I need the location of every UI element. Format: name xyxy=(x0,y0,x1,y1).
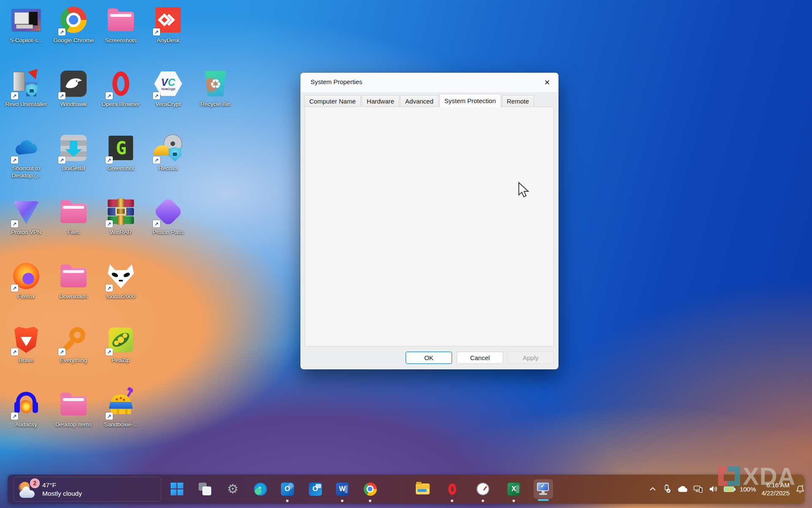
shortcut-arrow-icon: ↗ xyxy=(106,92,113,99)
shortcut-arrow-icon: ↗ xyxy=(58,348,65,355)
taskbar-chrome[interactable] xyxy=(360,479,380,499)
desktop-icon-desktop-items[interactable]: Desktop Items xyxy=(51,388,96,428)
desktop-icon-files[interactable]: Files xyxy=(51,195,96,236)
start-button[interactable] xyxy=(167,479,187,499)
shortcut-arrow-icon: ↗ xyxy=(58,28,65,36)
desktop-icon-recuva[interactable]: ↗ Recuva xyxy=(145,131,191,172)
dialog-titlebar[interactable]: System Properties ✕ xyxy=(300,73,559,92)
desktop-icon-proton-vpn[interactable]: ↗ Proton VPN xyxy=(3,195,49,236)
desktop-icon-audacity[interactable]: ↗ Audacity xyxy=(3,388,49,428)
system-properties-dialog: System Properties ✕ Computer Name Hardwa… xyxy=(300,73,559,369)
edge-icon xyxy=(254,483,267,496)
windows-logo-icon xyxy=(171,483,183,495)
shortcut-arrow-icon: ↗ xyxy=(153,28,160,36)
tab-advanced[interactable]: Advanced xyxy=(400,95,439,107)
tray-volume-icon[interactable] xyxy=(708,485,718,493)
recycle-bin-icon: ♻ xyxy=(204,71,227,96)
tab-computer-name[interactable]: Computer Name xyxy=(304,95,361,107)
shortcut-arrow-icon: ↗ xyxy=(153,220,160,227)
shortcut-arrow-icon: ↗ xyxy=(58,92,65,99)
svg-text:z: z xyxy=(802,484,804,487)
taskbar-opera[interactable] xyxy=(442,479,462,499)
mouse-cursor xyxy=(518,182,530,199)
running-indicator xyxy=(369,500,371,502)
desktop-icon-5-copilot[interactable]: 5-Copilot-s... xyxy=(3,3,49,44)
tray-cast-icon[interactable] xyxy=(693,485,703,494)
close-icon[interactable]: ✕ xyxy=(542,77,553,88)
taskbar-file-explorer[interactable] xyxy=(413,479,432,499)
chrome-icon xyxy=(364,483,377,496)
folder-icon xyxy=(60,396,87,415)
desktop-icon-peazip[interactable]: ↗ PeaZip xyxy=(98,323,144,364)
cancel-button[interactable]: Cancel xyxy=(457,352,503,364)
gauge-icon xyxy=(477,483,489,495)
desktop-icon-anydesk[interactable]: ↗ AnyDesk xyxy=(145,3,191,44)
running-indicator xyxy=(341,500,343,502)
desktop-icon-windhawk[interactable]: ↗ Windhawk xyxy=(51,67,96,108)
tab-hardware[interactable]: Hardware xyxy=(362,95,399,107)
screenshot-thumbnail-icon xyxy=(12,9,41,31)
desktop-icon-foobar2000[interactable]: ↗ foobar2000 xyxy=(98,259,144,300)
desktop-icon-google-chrome[interactable]: ↗ Google Chrome xyxy=(51,3,96,44)
running-indicator xyxy=(286,500,289,502)
desktop-icon-shortcut-to-desktop[interactable]: ↗ Shortcut to Desktop (... xyxy=(3,131,49,180)
opera-icon xyxy=(448,483,456,495)
desktop-icon-screenshots[interactable]: Screenshots xyxy=(98,3,144,44)
taskbar-outlook-new[interactable]: O xyxy=(278,479,297,499)
tray-notification-bell-icon[interactable]: z xyxy=(795,484,805,494)
desktop-icon-proton-pass[interactable]: ↗ Proton Pass xyxy=(145,195,191,236)
desktop: 5-Copilot-s... ↗ Google Chrome Screensho… xyxy=(0,0,812,508)
watermark-bracket-right xyxy=(728,467,740,486)
desktop-icon-everything[interactable]: ↗ Everything xyxy=(51,323,96,364)
taskbar-edge[interactable] xyxy=(251,479,270,499)
ok-button[interactable]: OK xyxy=(406,352,452,364)
tray-usb-eject-icon[interactable] xyxy=(662,484,671,494)
desktop-icon-recycle-bin[interactable]: ♻ Recycle Bin xyxy=(193,67,238,108)
desktop-icon-revo-uninstaller[interactable]: ↗ Revo Uninstaller xyxy=(3,67,49,108)
folder-icon xyxy=(60,268,87,287)
shortcut-arrow-icon: ↗ xyxy=(11,348,18,355)
shortcut-arrow-icon: ↗ xyxy=(58,156,65,164)
taskbar-diskmark[interactable] xyxy=(473,479,493,499)
taskbar-outlook-classic[interactable]: O xyxy=(305,479,325,499)
shortcut-arrow-icon: ↗ xyxy=(11,220,18,227)
desktop-icon-firefox[interactable]: ↗ Firefox xyxy=(3,259,49,300)
weather-condition: Mostly cloudy xyxy=(42,489,82,498)
file-explorer-icon xyxy=(416,483,430,494)
shortcut-arrow-icon: ↗ xyxy=(106,284,113,292)
folder-icon xyxy=(60,204,87,223)
taskbar-word[interactable]: W xyxy=(332,479,352,499)
taskbar-excel[interactable]: X xyxy=(504,479,523,499)
desktop-icon-winrar[interactable]: ↗ WinRAR xyxy=(98,195,144,236)
tray-chevron-up-icon[interactable] xyxy=(649,486,657,492)
weather-cloud-icon: 2 xyxy=(19,480,37,499)
desktop-icon-veracrypt[interactable]: VCVeraCrypt↗ VeraCrypt xyxy=(145,67,191,108)
desktop-icon-opera-browser[interactable]: ↗ Opera Browser xyxy=(98,67,144,108)
desktop-icon-brave[interactable]: ↗ Brave xyxy=(3,323,49,364)
taskbar-settings[interactable]: ⚙ xyxy=(223,479,243,499)
shortcut-arrow-icon: ↗ xyxy=(106,156,113,164)
tray-onedrive-icon[interactable] xyxy=(677,486,688,493)
desktop-icon-greenshot[interactable]: G↗ Greenshot xyxy=(98,131,144,172)
taskbar-system-properties-active[interactable]: ✓ xyxy=(534,479,553,499)
shortcut-arrow-icon: ↗ xyxy=(106,220,113,227)
shortcut-arrow-icon: ↗ xyxy=(106,348,113,355)
running-indicator xyxy=(512,500,515,502)
onedrive-cloud-icon xyxy=(12,140,40,159)
task-view-button[interactable] xyxy=(195,479,215,499)
desktop-icon-sandboxie[interactable]: ↗ Sandboxie-... xyxy=(98,388,144,428)
desktop-icon-downloads[interactable]: Downloads xyxy=(51,259,96,300)
tab-system-protection[interactable]: System Protection xyxy=(439,94,501,107)
running-indicator xyxy=(482,500,484,502)
widget-notification-badge: 2 xyxy=(30,478,40,488)
shortcut-arrow-icon: ↗ xyxy=(153,156,160,164)
weather-widget[interactable]: 2 47°F Mostly cloudy xyxy=(14,477,161,502)
dialog-tabs: Computer Name Hardware Advanced System P… xyxy=(304,94,535,107)
folder-icon xyxy=(108,12,134,31)
shortcut-arrow-icon: ↗ xyxy=(106,412,113,420)
tab-remote[interactable]: Remote xyxy=(502,95,534,107)
system-properties-icon: ✓ xyxy=(537,483,550,495)
desktop-icon-unigetui[interactable]: ↗ UniGetUI xyxy=(51,131,96,172)
running-indicator xyxy=(451,500,453,502)
shortcut-arrow-icon: ↗ xyxy=(11,412,18,420)
